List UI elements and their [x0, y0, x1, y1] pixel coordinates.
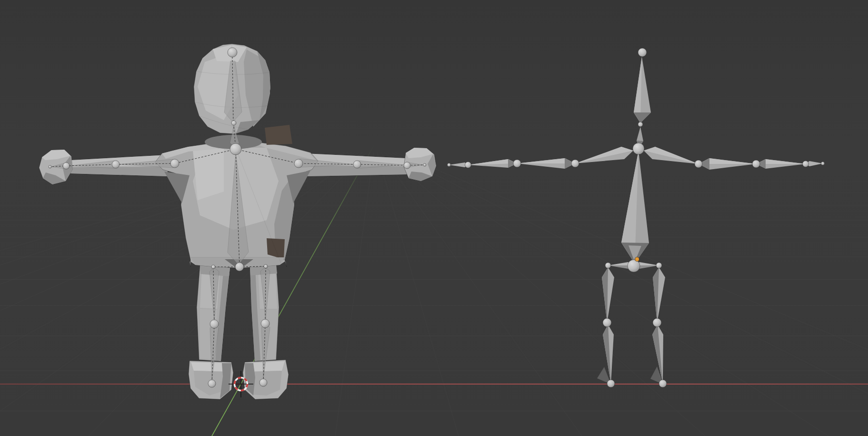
viewport-canvas: [0, 0, 868, 436]
object-origin-dot: [635, 257, 639, 262]
viewport-3d[interactable]: [0, 0, 868, 436]
